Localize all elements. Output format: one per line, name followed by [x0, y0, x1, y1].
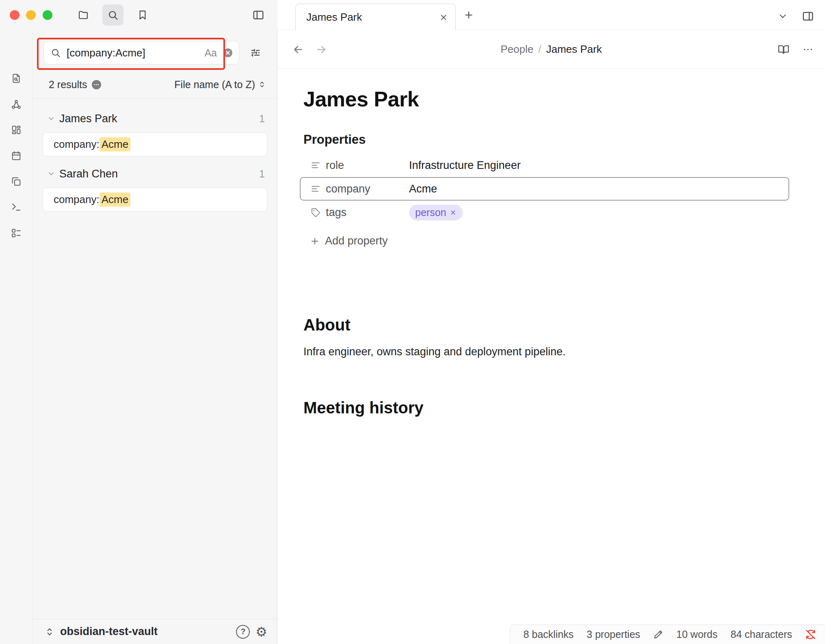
properties-count[interactable]: 3 properties — [587, 629, 640, 640]
backlinks-count[interactable]: 8 backlinks — [523, 629, 574, 640]
pencil-icon[interactable] — [653, 629, 663, 640]
file-search-icon — [11, 73, 22, 84]
chevron-down-icon — [777, 11, 788, 22]
new-tab-button[interactable] — [461, 8, 476, 22]
sync-error-icon[interactable] — [805, 629, 816, 640]
about-heading[interactable]: About — [303, 316, 825, 334]
macos-zoom-button[interactable] — [43, 10, 52, 20]
folder-icon — [78, 9, 89, 21]
plus-icon — [310, 236, 320, 246]
graph-view-button[interactable] — [7, 95, 25, 113]
add-property-label: Add property — [325, 235, 388, 247]
clear-search-button[interactable] — [223, 48, 233, 58]
quick-switcher-button[interactable] — [7, 69, 25, 87]
search-panel: Aa 2 results Fil — [32, 30, 277, 644]
remove-tag-icon[interactable] — [450, 209, 457, 216]
close-tab-button[interactable] — [439, 13, 448, 22]
search-icon — [50, 48, 61, 58]
layout-dashboard-icon — [11, 124, 22, 136]
macos-minimize-button[interactable] — [26, 10, 36, 20]
property-value[interactable]: Infrastructure Engineer — [409, 159, 521, 172]
tab-james-park[interactable]: James Park — [295, 4, 456, 30]
note-header: People / James Park — [277, 30, 825, 69]
daily-note-button[interactable] — [7, 147, 25, 165]
collapse-right-sidebar-button[interactable] — [800, 8, 816, 24]
result-file-name: James Park — [59, 112, 255, 125]
terminal-button[interactable] — [7, 198, 25, 216]
add-property-button[interactable]: Add property — [310, 235, 388, 247]
search-match-item[interactable]: company: Acme — [43, 188, 267, 212]
word-count: 10 words — [676, 629, 717, 640]
search-results-header: 2 results File name (A to Z) — [32, 76, 277, 93]
breadcrumb-current[interactable]: James Park — [546, 43, 602, 56]
reading-view-button[interactable] — [775, 41, 793, 58]
breadcrumb: People / James Park — [277, 30, 825, 69]
property-row-role[interactable]: role Infrastructure Engineer — [300, 153, 789, 177]
bookmarks-button[interactable] — [134, 6, 152, 24]
settings-button[interactable]: ⚙ — [256, 625, 267, 638]
search-icon — [107, 9, 119, 21]
note-content: James Park Properties role Infrastructur… — [277, 69, 825, 417]
vault-name[interactable]: obsidian-test-vault — [60, 625, 158, 638]
templates-button[interactable] — [7, 173, 25, 190]
status-bar: 8 backlinks 3 properties 10 words 84 cha… — [510, 625, 825, 644]
clear-circle-icon — [223, 48, 233, 58]
main-workspace: James Park — [277, 0, 825, 644]
match-case-toggle[interactable]: Aa — [204, 47, 217, 59]
tag-icon — [310, 207, 321, 218]
tag-label: person — [415, 207, 446, 218]
properties-heading[interactable]: Properties — [303, 132, 825, 147]
canvas-button[interactable] — [7, 121, 25, 139]
layout-list-icon — [11, 227, 22, 239]
property-row-company[interactable]: company Acme — [300, 177, 789, 201]
macos-close-button[interactable] — [10, 10, 19, 20]
gear-icon: ⚙ — [256, 625, 267, 639]
results-info-button[interactable] — [92, 80, 101, 89]
search-settings-button[interactable] — [247, 44, 264, 62]
chevron-down-icon — [47, 115, 55, 123]
result-group-header[interactable]: Sarah Chen 1 — [32, 165, 277, 183]
tab-title: James Park — [306, 11, 439, 24]
meeting-history-heading[interactable]: Meeting history — [303, 399, 825, 417]
vault-bar: obsidian-test-vault ? ⚙ — [32, 619, 277, 644]
sort-order-label: File name (A to Z) — [174, 79, 255, 91]
property-row-tags[interactable]: tags person — [300, 201, 789, 224]
more-options-button[interactable] — [799, 41, 817, 58]
match-highlight: Acme — [100, 137, 130, 151]
left-titlebar — [0, 0, 277, 30]
book-open-icon — [777, 43, 790, 56]
sidebar-right-icon — [802, 10, 814, 22]
search-tool-button[interactable] — [102, 4, 123, 26]
tab-list-button[interactable] — [775, 9, 790, 24]
result-group-header[interactable]: James Park 1 — [32, 110, 277, 128]
bookmark-icon — [137, 9, 148, 21]
sidebar-left-icon — [252, 9, 264, 21]
search-match-item[interactable]: company: Acme — [43, 132, 267, 156]
property-value[interactable]: Acme — [409, 183, 437, 195]
properties-list: role Infrastructure Engineer company Acm… — [300, 153, 789, 224]
close-icon — [439, 13, 448, 22]
question-mark-icon: ? — [240, 627, 245, 636]
result-match-count: 1 — [259, 113, 265, 125]
open-folder-button[interactable] — [74, 6, 92, 24]
align-left-icon — [310, 184, 321, 194]
vault-switcher-button[interactable] — [45, 627, 54, 637]
property-name[interactable]: company — [326, 183, 409, 195]
results-summary-group: 2 results — [49, 79, 101, 91]
property-name[interactable]: tags — [326, 206, 409, 219]
sort-order-button[interactable]: File name (A to Z) — [174, 79, 266, 91]
help-button[interactable]: ? — [236, 625, 250, 639]
tag-pill-person[interactable]: person — [409, 205, 463, 220]
match-highlight: Acme — [100, 192, 130, 207]
property-name[interactable]: role — [326, 159, 409, 172]
kanban-button[interactable] — [7, 224, 25, 242]
collapse-left-sidebar-button[interactable] — [249, 6, 267, 24]
terminal-icon — [11, 201, 22, 213]
sliders-icon — [250, 47, 261, 58]
search-input[interactable] — [67, 47, 199, 59]
left-ribbon — [0, 30, 32, 644]
align-left-icon — [310, 160, 321, 171]
inline-title[interactable]: James Park — [303, 87, 825, 111]
breadcrumb-parent[interactable]: People — [500, 43, 533, 56]
about-paragraph[interactable]: Infra engineer, owns staging and deploym… — [303, 344, 825, 360]
